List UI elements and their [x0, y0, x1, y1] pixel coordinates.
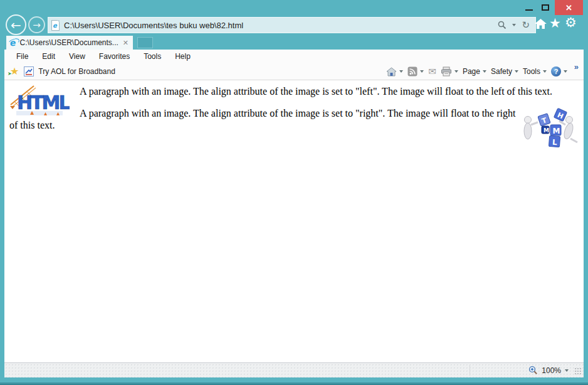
home-page-button[interactable]: [386, 67, 403, 76]
feeds-dropdown-icon: [420, 70, 424, 73]
resize-grip[interactable]: [574, 367, 582, 375]
menu-tools[interactable]: Tools: [137, 52, 168, 61]
command-bar: ★➤ Try AOL for Broadband: [4, 63, 584, 80]
ie-logo-icon: e: [9, 38, 16, 48]
paragraph-align-right-wrap: H T M M L A paragraph with an: [9, 107, 579, 131]
safety-menu-button[interactable]: Safety: [491, 67, 518, 76]
minimize-button[interactable]: [522, 0, 537, 15]
maximize-icon: [542, 4, 549, 11]
menu-file[interactable]: File: [9, 52, 35, 61]
read-mail-button[interactable]: ✉: [428, 67, 436, 76]
green-arrow-icon: ➤: [8, 71, 12, 76]
forward-arrow-icon: →: [33, 19, 41, 31]
html-blocks-right-image: H T M M L: [519, 107, 579, 148]
refresh-icon[interactable]: ↻: [522, 21, 530, 30]
zoom-level-label: 100%: [542, 366, 561, 375]
zoom-magnifier-icon: [528, 366, 538, 375]
settings-gear-icon[interactable]: ⚙: [565, 16, 577, 29]
paragraph-align-left: A paragraph with an image. The align att…: [9, 85, 579, 97]
page-fold-icon: [57, 20, 60, 23]
url-input[interactable]: [64, 21, 498, 30]
page-dropdown-icon: [483, 70, 486, 73]
help-dropdown-icon: [564, 70, 567, 73]
close-button[interactable]: ✕: [555, 0, 583, 15]
status-bar: 100%: [4, 362, 584, 377]
menu-edit[interactable]: Edit: [35, 52, 62, 61]
toolbar-overflow-icon[interactable]: »: [574, 62, 579, 71]
browser-tab[interactable]: e C:\Users\USER\Documents... ✕: [6, 36, 133, 50]
add-to-favorites-bar-icon[interactable]: ★➤: [10, 66, 19, 76]
status-separator: [470, 365, 470, 376]
home-small-icon: [386, 67, 397, 76]
safety-menu-label: Safety: [491, 67, 512, 76]
rss-feed-icon: [407, 66, 417, 76]
tab-title: C:\Users\USER\Documents...: [20, 38, 118, 47]
page-content: HTML A paragraph with an image. The alig…: [4, 80, 584, 362]
browser-window: ✕ ← → e ↻ ★ ⚙ e C:\Users\USER\Documents.…: [0, 0, 588, 385]
address-bar-controls: ↻: [498, 21, 535, 30]
maximize-button[interactable]: [538, 0, 553, 15]
back-arrow-icon: ←: [11, 18, 21, 33]
tools-menu-label: Tools: [523, 67, 540, 76]
page-menu-button[interactable]: Page: [463, 67, 486, 76]
menu-favorites[interactable]: Favorites: [92, 52, 137, 61]
ie-favicon-icon: e: [53, 22, 57, 29]
print-dropdown-icon: [454, 70, 458, 73]
cube-letter: M: [553, 127, 560, 135]
html-logo-left-image: HTML: [9, 83, 70, 116]
favorites-link-label: Try AOL for Broadband: [38, 67, 115, 76]
help-menu-button[interactable]: ?: [551, 66, 567, 76]
menu-help[interactable]: Help: [168, 52, 197, 61]
tab-close-icon[interactable]: ✕: [118, 39, 133, 47]
page-favicon-icon: e: [51, 20, 60, 31]
favorites-star-icon[interactable]: ★: [549, 17, 561, 30]
zoom-control[interactable]: 100%: [528, 366, 569, 375]
print-button[interactable]: [441, 66, 458, 76]
cube-letter: M: [543, 127, 549, 134]
address-bar: e ↻: [48, 17, 536, 33]
tools-dropdown-icon: [543, 70, 547, 73]
back-button[interactable]: ←: [6, 14, 26, 35]
page-menu-label: Page: [463, 67, 480, 76]
close-icon: ✕: [565, 3, 572, 13]
search-dropdown-icon[interactable]: [512, 24, 516, 26]
forward-button[interactable]: →: [28, 16, 45, 33]
paragraph-align-right: A paragraph with an image. The align att…: [9, 108, 515, 130]
zoom-dropdown-icon[interactable]: [565, 369, 569, 372]
home-icon[interactable]: [534, 18, 547, 29]
tools-menu-button[interactable]: Tools: [523, 67, 547, 76]
cube-letter: L: [552, 138, 557, 147]
menu-bar: File Edit View Favorites Tools Help: [4, 50, 584, 63]
menu-view[interactable]: View: [62, 52, 92, 61]
safety-dropdown-icon: [515, 70, 518, 73]
aol-favicon-icon: [24, 66, 34, 76]
command-bar-buttons: ✉ Page Safety Tools: [386, 66, 584, 76]
favorites-bar-link-aol[interactable]: Try AOL for Broadband: [24, 66, 115, 76]
favorites-bar: ★➤ Try AOL for Broadband: [4, 66, 115, 76]
new-tab-button[interactable]: [137, 37, 153, 48]
search-icon[interactable]: [498, 21, 507, 29]
mail-icon: ✉: [428, 67, 436, 76]
home-dropdown-icon: [399, 70, 403, 73]
minimize-icon: [525, 9, 533, 11]
feeds-button[interactable]: [407, 66, 424, 76]
help-icon: ?: [551, 66, 561, 76]
html-logo-text: HTML: [17, 92, 70, 113]
printer-icon: [441, 66, 452, 76]
